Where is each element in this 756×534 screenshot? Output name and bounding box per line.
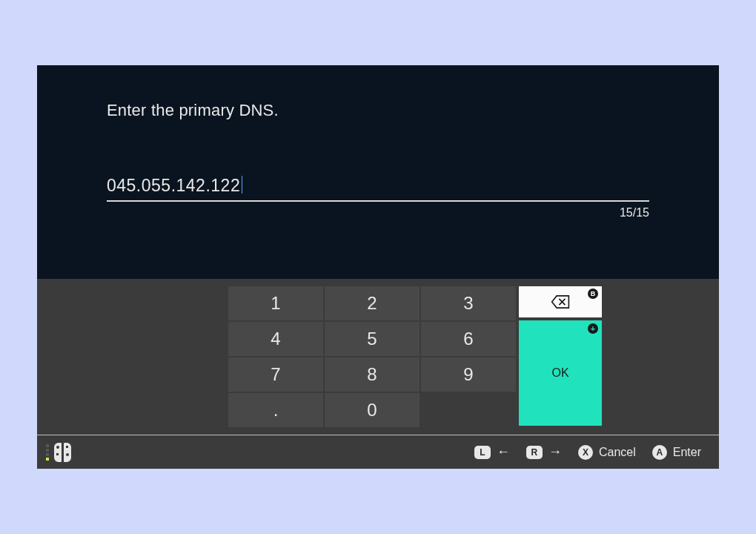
joycon-right-icon bbox=[64, 443, 71, 462]
key-0[interactable]: 0 bbox=[325, 393, 420, 427]
console-screen: Enter the primary DNS. 045.055.142.122 1… bbox=[37, 65, 719, 469]
dns-input-value: 045.055.142.122 bbox=[107, 176, 240, 196]
key-2[interactable]: 2 bbox=[325, 286, 420, 320]
joycon-left-icon bbox=[54, 443, 62, 462]
numeric-keypad: 1 2 3 4 5 6 7 8 9 . 0 bbox=[228, 286, 516, 427]
keyboard-panel: 1 2 3 4 5 6 7 8 9 . 0 B OK bbox=[37, 279, 719, 435]
backspace-key[interactable]: B bbox=[519, 286, 602, 317]
hint-move-right: R → bbox=[526, 444, 562, 460]
player-signal-icon bbox=[46, 444, 49, 461]
key-dot[interactable]: . bbox=[228, 393, 323, 427]
backspace-hint-badge: B bbox=[588, 289, 598, 299]
hint-cancel[interactable]: X Cancel bbox=[578, 445, 636, 460]
input-area: Enter the primary DNS. 045.055.142.122 1… bbox=[37, 65, 719, 279]
r-button-icon: R bbox=[526, 446, 543, 459]
keypad-right-column: B OK + bbox=[519, 286, 602, 426]
key-4[interactable]: 4 bbox=[228, 322, 323, 356]
footer-bar: L ← R → X Cancel A Enter bbox=[37, 435, 719, 469]
prompt-text: Enter the primary DNS. bbox=[107, 101, 649, 120]
ok-key[interactable]: OK + bbox=[519, 320, 602, 426]
x-button-icon: X bbox=[578, 445, 593, 460]
backspace-icon bbox=[551, 294, 570, 309]
hint-move-left: L ← bbox=[474, 444, 510, 460]
key-empty bbox=[421, 393, 516, 427]
key-3[interactable]: 3 bbox=[421, 286, 516, 320]
text-cursor bbox=[242, 176, 242, 194]
hint-enter[interactable]: A Enter bbox=[652, 445, 701, 460]
l-button-icon: L bbox=[474, 446, 491, 459]
ok-label: OK bbox=[551, 366, 568, 380]
controller-indicator bbox=[46, 443, 71, 462]
a-button-icon: A bbox=[652, 445, 667, 460]
key-5[interactable]: 5 bbox=[325, 322, 420, 356]
key-8[interactable]: 8 bbox=[325, 357, 420, 392]
key-1[interactable]: 1 bbox=[228, 286, 323, 320]
enter-label: Enter bbox=[673, 446, 701, 459]
key-6[interactable]: 6 bbox=[421, 322, 516, 356]
char-counter: 15/15 bbox=[620, 206, 649, 220]
key-9[interactable]: 9 bbox=[421, 357, 516, 392]
key-7[interactable]: 7 bbox=[228, 357, 323, 392]
dns-input[interactable]: 045.055.142.122 bbox=[107, 174, 649, 202]
cancel-label: Cancel bbox=[599, 446, 636, 459]
arrow-right-icon: → bbox=[548, 444, 562, 460]
arrow-left-icon: ← bbox=[497, 444, 510, 460]
ok-hint-badge: + bbox=[588, 323, 598, 334]
